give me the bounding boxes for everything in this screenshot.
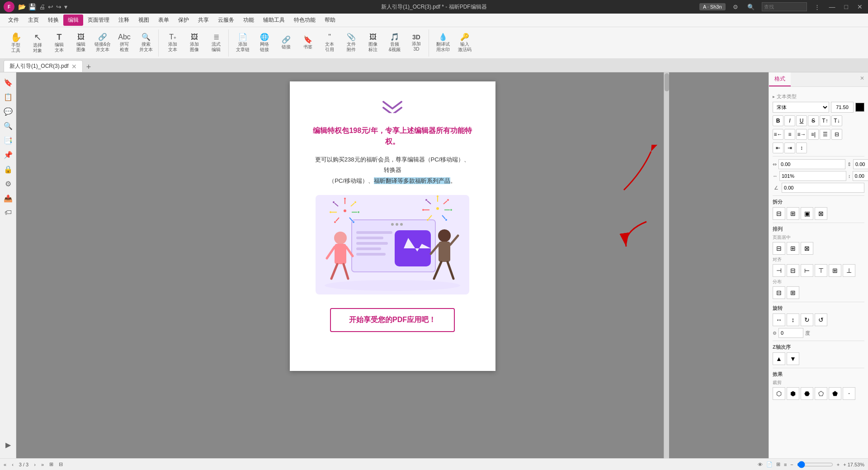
flip-h[interactable]: ↔ <box>773 313 785 326</box>
center-both[interactable]: ⊠ <box>801 242 813 255</box>
align-right[interactable]: ≡→ <box>796 129 807 140</box>
tool-watermark[interactable]: 💧 翻译试用水印 <box>433 30 453 56</box>
menu-help[interactable]: 帮助 <box>320 14 340 26</box>
crop-btn-6[interactable]: ⬞ <box>843 387 855 400</box>
tab-add-button[interactable]: + <box>83 62 95 72</box>
fit-page-button[interactable]: ⊞ <box>49 461 53 467</box>
pdf-cta-button[interactable]: 开始享受您的PDF应用吧！ <box>330 308 455 332</box>
align-left[interactable]: ≡← <box>773 129 783 140</box>
sidebar-icon-expand[interactable]: ▶ <box>2 438 14 451</box>
align-obj-right[interactable]: ⊢ <box>801 264 813 277</box>
menu-tools[interactable]: 辅助工具 <box>259 14 289 26</box>
align-obj-center-v[interactable]: ⊞ <box>829 264 841 277</box>
menu-view[interactable]: 视图 <box>134 14 154 26</box>
menu-page[interactable]: 页面管理 <box>83 14 114 26</box>
nav-first-button[interactable]: « <box>4 462 6 467</box>
tool-flow-edit[interactable]: ≣ 流式编辑 <box>206 30 226 56</box>
sidebar-icon-tag[interactable]: 🏷 <box>2 206 14 219</box>
menu-form[interactable]: 表单 <box>154 14 174 26</box>
tool-3d[interactable]: 3D 添加3D <box>406 30 427 56</box>
tool-find[interactable]: 🔍 搜索并文本 <box>136 30 156 56</box>
tool-edit-text[interactable]: T 编辑文本 <box>49 30 70 56</box>
center-h[interactable]: ⊟ <box>773 242 785 255</box>
tool-link-merge[interactable]: 🔗 链接&合并文本 <box>92 30 113 56</box>
menu-file[interactable]: 文件 <box>4 14 24 26</box>
rotate-cw[interactable]: ↻ <box>801 313 813 326</box>
tool-link[interactable]: 🔗 链接 <box>276 30 297 56</box>
user-button[interactable]: A · Sh3n <box>699 3 726 10</box>
nav-next-button[interactable]: › <box>34 462 36 467</box>
align-center[interactable]: ≡ <box>784 129 795 140</box>
z-front[interactable]: ▲ <box>773 352 785 365</box>
distribute-v[interactable]: ⊞ <box>787 286 799 299</box>
settings-icon[interactable]: ⚙ <box>731 4 740 10</box>
format-italic[interactable]: I <box>784 115 795 126</box>
sidebar-icon-search[interactable]: 🔍 <box>2 119 14 132</box>
format-strikethrough[interactable]: S <box>808 115 819 126</box>
sidebar-icon-export[interactable]: 📤 <box>2 192 14 204</box>
crop-btn-4[interactable]: ⬠ <box>815 387 827 400</box>
hyphen-btn-4[interactable]: ⊠ <box>815 207 827 220</box>
view-icon-3[interactable]: ⊞ <box>776 461 780 467</box>
crop-btn-3[interactable]: ⬣ <box>801 387 813 400</box>
undo-icon[interactable]: ↩ <box>48 3 53 10</box>
align-obj-bottom[interactable]: ⊥ <box>843 264 855 277</box>
tool-bookmark[interactable]: 🔖 书签 <box>297 30 318 56</box>
crop-btn-2[interactable]: ⬢ <box>787 387 799 400</box>
more-icon[interactable]: ▾ <box>64 3 67 10</box>
format-underline[interactable]: U <box>796 115 807 126</box>
nav-prev-button[interactable]: ‹ <box>12 462 14 467</box>
minimize-button[interactable]: — <box>827 3 837 10</box>
align-obj-top[interactable]: ⊤ <box>815 264 827 277</box>
sidebar-icon-pages[interactable]: 📋 <box>2 90 14 103</box>
num-input-x[interactable] <box>778 159 845 169</box>
rp-close-button[interactable]: ✕ <box>856 72 868 86</box>
num-input-y[interactable] <box>853 159 868 169</box>
tool-hand[interactable]: ✋ 手型工具 <box>5 30 26 56</box>
crop-btn-5[interactable]: ⬟ <box>829 387 841 400</box>
hyphen-btn-2[interactable]: ⊞ <box>787 207 799 220</box>
menu-addon[interactable]: 功能 <box>239 14 259 26</box>
sidebar-icon-attach[interactable]: 📌 <box>2 148 14 161</box>
sidebar-icon-comments[interactable]: 💬 <box>2 105 14 118</box>
menu-cloud[interactable]: 云服务 <box>213 14 239 26</box>
close-button[interactable]: ✕ <box>855 3 864 10</box>
num-input-w[interactable] <box>779 171 846 181</box>
print-icon[interactable]: 🖨 <box>39 3 45 10</box>
distribute-h[interactable]: ⊟ <box>773 286 785 299</box>
format-subscript[interactable]: T↓ <box>831 115 842 126</box>
extra-menu-icon[interactable]: ⋮ <box>812 4 822 10</box>
crop-btn-1[interactable]: ⬡ <box>773 387 785 400</box>
tool-activate[interactable]: 🔑 输入激活码 <box>454 30 475 56</box>
zoom-out-button[interactable]: − <box>790 462 793 467</box>
format-superscript[interactable]: T↑ <box>820 115 830 126</box>
tool-image-mark[interactable]: 🖼 图像标注 <box>363 30 383 56</box>
indent-increase[interactable]: ⇥ <box>784 142 795 153</box>
num-input-h[interactable] <box>853 171 868 181</box>
tool-web-link[interactable]: 🌐 网络链接 <box>254 30 275 56</box>
pdf-area[interactable]: 编辑特权包198元/年，专享上述编辑器所有功能特权。 更可以购买238元的福昕会… <box>16 72 769 458</box>
fit-width-button[interactable]: ⊟ <box>59 461 63 467</box>
sidebar-icon-settings[interactable]: ⚙ <box>2 177 14 190</box>
font-size-input[interactable] <box>831 102 854 113</box>
hyphen-btn-3[interactable]: ▣ <box>801 207 813 220</box>
menu-share[interactable]: 共享 <box>193 14 213 26</box>
degree-input[interactable] <box>778 328 803 338</box>
text-direction[interactable]: ↕ <box>796 142 807 153</box>
save-icon[interactable]: 💾 <box>28 3 36 10</box>
view-icon-1[interactable]: 👁 <box>758 462 763 467</box>
rp-tab-format[interactable]: 格式 <box>769 72 791 86</box>
align-obj-left[interactable]: ⊣ <box>773 264 785 277</box>
menu-protect[interactable]: 保护 <box>174 14 193 26</box>
search-input[interactable] <box>762 2 807 11</box>
pdf-scrollbar[interactable] <box>664 72 669 458</box>
tool-article-link[interactable]: 📄 添加文章链 <box>232 30 253 56</box>
font-color-picker[interactable] <box>855 103 864 112</box>
view-icon-2[interactable]: 📄 <box>766 461 773 467</box>
menu-edit[interactable]: 编辑 <box>63 14 83 26</box>
align-justify-all[interactable]: ☰ <box>820 129 830 140</box>
tool-spell[interactable]: Abc 拼写检查 <box>114 30 135 56</box>
tool-text-ref[interactable]: " 文本引用 <box>319 30 340 56</box>
z-back[interactable]: ▼ <box>787 352 799 365</box>
align-extra[interactable]: ⊟ <box>831 129 842 140</box>
